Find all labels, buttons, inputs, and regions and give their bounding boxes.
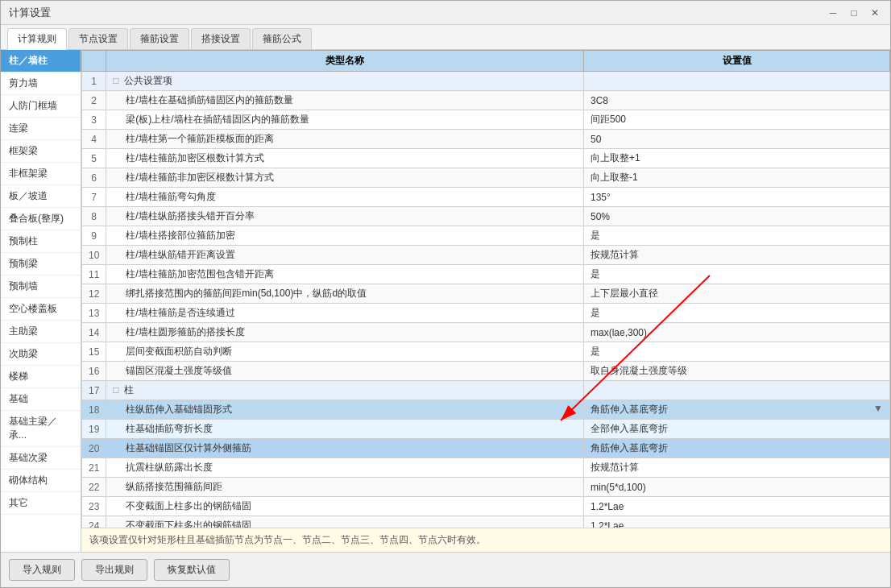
sidebar-item-5[interactable]: 非框架梁 xyxy=(1,163,81,185)
row-number: 5 xyxy=(82,149,106,168)
row-name: 纵筋搭接范围箍筋间距 xyxy=(106,478,584,497)
row-value: max(lae,300) xyxy=(584,323,890,342)
sidebar-item-4[interactable]: 框架梁 xyxy=(1,140,81,163)
row-name: 绑扎搭接范围内的箍筋间距min(5d,100)中，纵筋d的取值 xyxy=(106,284,584,304)
tab-node-settings[interactable]: 节点设置 xyxy=(68,28,128,49)
maximize-button[interactable]: □ xyxy=(847,6,861,20)
sidebar-item-7[interactable]: 叠合板(整厚) xyxy=(1,208,81,230)
close-button[interactable]: ✕ xyxy=(868,6,882,20)
sidebar-item-19[interactable]: 其它 xyxy=(1,492,81,515)
main-window: 计算设置 ─ □ ✕ 计算规则 节点设置 箍筋设置 搭接设置 箍筋公式 柱／墙柱… xyxy=(0,0,891,588)
row-value: 是 xyxy=(584,265,890,284)
row-value: 按规范计算 xyxy=(584,458,890,478)
import-rules-button[interactable]: 导入规则 xyxy=(9,559,75,581)
sidebar-item-15[interactable]: 基础 xyxy=(1,388,81,411)
row-name: □柱 xyxy=(106,381,584,400)
content-area: 柱／墙柱剪力墙人防门框墙连梁框架梁非框架梁板／坡道叠合板(整厚)预制柱预制梁预制… xyxy=(1,50,890,552)
table-row[interactable]: 24不变截面下柱多出的钢筋锚固1.2*Lae xyxy=(82,516,890,528)
row-name: 柱/墙柱箍筋是否连续通过 xyxy=(106,304,584,323)
row-number: 17 xyxy=(82,381,106,400)
table-row[interactable]: 6柱/墙柱箍筋非加密区根数计算方式向上取整-1 xyxy=(82,168,890,188)
table-row[interactable]: 20柱基础锚固区仅计算外侧箍筋角筋伸入基底弯折 xyxy=(82,439,890,458)
tab-lap-settings[interactable]: 搭接设置 xyxy=(191,28,251,49)
table-row[interactable]: 21抗震柱纵筋露出长度按规范计算 xyxy=(82,458,890,478)
title-bar: 计算设置 ─ □ ✕ xyxy=(1,1,890,25)
tab-stirrup-formula[interactable]: 箍筋公式 xyxy=(252,28,312,49)
sidebar-item-1[interactable]: 剪力墙 xyxy=(1,72,81,95)
row-value: 是 xyxy=(584,304,890,323)
table-row[interactable]: 4柱/墙柱第一个箍筋距模板面的距离50 xyxy=(82,130,890,149)
table-row[interactable]: 5柱/墙柱箍筋加密区根数计算方式向上取整+1 xyxy=(82,149,890,168)
table-row[interactable]: 3梁(板)上柱/墙柱在插筋锚固区内的箍筋数量间距500 xyxy=(82,110,890,130)
row-value xyxy=(584,381,890,400)
footer: 导入规则 导出规则 恢复默认值 xyxy=(1,552,890,587)
table-row[interactable]: 16锚固区混凝土强度等级值取自身混凝土强度等级 xyxy=(82,362,890,381)
row-value: 间距500 xyxy=(584,110,890,130)
window-controls: ─ □ ✕ xyxy=(826,6,882,20)
row-name: 柱/墙柱搭接部位箍筋加密 xyxy=(106,226,584,246)
export-rules-button[interactable]: 导出规则 xyxy=(81,559,147,581)
row-value: 50% xyxy=(584,207,890,226)
restore-defaults-button[interactable]: 恢复默认值 xyxy=(154,559,230,581)
table-row[interactable]: 23不变截面上柱多出的钢筋锚固1.2*Lae xyxy=(82,497,890,516)
table-row[interactable]: 10柱/墙柱纵筋错开距离设置按规范计算 xyxy=(82,246,890,265)
sidebar-item-9[interactable]: 预制梁 xyxy=(1,253,81,275)
table-row[interactable]: 2柱/墙柱在基础插筋锚固区内的箍筋数量3C8 xyxy=(82,91,890,110)
row-value: 向上取整-1 xyxy=(584,168,890,188)
row-number: 15 xyxy=(82,342,106,362)
table-row[interactable]: 19柱基础插筋弯折长度全部伸入基底弯折 xyxy=(82,420,890,439)
row-number: 10 xyxy=(82,246,106,265)
row-name: 抗震柱纵筋露出长度 xyxy=(106,458,584,478)
table-row[interactable]: 11柱/墙柱箍筋加密范围包含错开距离是 xyxy=(82,265,890,284)
table-row[interactable]: 13柱/墙柱箍筋是否连续通过是 xyxy=(82,304,890,323)
row-number: 20 xyxy=(82,439,106,458)
table-row[interactable]: 8柱/墙柱纵筋搭接头错开百分率50% xyxy=(82,207,890,226)
row-number: 9 xyxy=(82,226,106,246)
row-number: 4 xyxy=(82,130,106,149)
sidebar-item-2[interactable]: 人防门框墙 xyxy=(1,95,81,118)
sidebar-item-14[interactable]: 楼梯 xyxy=(1,366,81,388)
sidebar-item-12[interactable]: 主助梁 xyxy=(1,321,81,343)
sidebar-item-16[interactable]: 基础主梁／承... xyxy=(1,411,81,447)
sidebar-item-18[interactable]: 砌体结构 xyxy=(1,470,81,492)
row-number: 2 xyxy=(82,91,106,110)
row-name: 不变截面下柱多出的钢筋锚固 xyxy=(106,516,584,528)
sidebar-item-6[interactable]: 板／坡道 xyxy=(1,185,81,208)
table-row[interactable]: 22纵筋搭接范围箍筋间距min(5*d,100) xyxy=(82,478,890,497)
tab-calculation-rules[interactable]: 计算规则 xyxy=(7,28,67,50)
sidebar-item-8[interactable]: 预制柱 xyxy=(1,230,81,253)
row-number: 7 xyxy=(82,188,106,207)
table-row[interactable]: 12绑扎搭接范围内的箍筋间距min(5d,100)中，纵筋d的取值上下层最小直径 xyxy=(82,284,890,304)
row-value[interactable]: 角筋伸入基底弯折▼ xyxy=(584,400,890,420)
row-name: 柱/墙柱箍筋非加密区根数计算方式 xyxy=(106,168,584,188)
sidebar-item-0[interactable]: 柱／墙柱 xyxy=(1,50,81,72)
sidebar-item-13[interactable]: 次助梁 xyxy=(1,343,81,366)
row-number: 21 xyxy=(82,458,106,478)
note-bar: 该项设置仅针对矩形柱且基础插筋节点为节点一、节点二、节点三、节点四、节点六时有效… xyxy=(81,528,890,552)
tab-stirrup-settings[interactable]: 箍筋设置 xyxy=(130,28,189,49)
table-row[interactable]: 15层间变截面积筋自动判断是 xyxy=(82,342,890,362)
minimize-button[interactable]: ─ xyxy=(826,6,840,20)
table-row[interactable]: 9柱/墙柱搭接部位箍筋加密是 xyxy=(82,226,890,246)
sidebar-item-10[interactable]: 预制墙 xyxy=(1,275,81,298)
row-number: 12 xyxy=(82,284,106,304)
row-number: 18 xyxy=(82,400,106,420)
row-value: 全部伸入基底弯折 xyxy=(584,420,890,439)
table-row[interactable]: 14柱/墙柱圆形箍筋的搭接长度max(lae,300) xyxy=(82,323,890,342)
row-number: 14 xyxy=(82,323,106,342)
row-value: 135° xyxy=(584,188,890,207)
sidebar-item-17[interactable]: 基础次梁 xyxy=(1,447,81,470)
row-value xyxy=(584,72,890,91)
row-name: 柱/墙柱箍筋加密区根数计算方式 xyxy=(106,149,584,168)
table-row[interactable]: 7柱/墙柱箍筋弯勾角度135° xyxy=(82,188,890,207)
table-container[interactable]: 类型名称 设置值 1□公共设置项2柱/墙柱在基础插筋锚固区内的箍筋数量3C83梁… xyxy=(81,50,890,528)
sidebar-item-3[interactable]: 连梁 xyxy=(1,118,81,140)
row-number: 13 xyxy=(82,304,106,323)
row-name: 柱/墙柱箍筋加密范围包含错开距离 xyxy=(106,265,584,284)
table-row[interactable]: 18柱纵筋伸入基础锚固形式角筋伸入基底弯折▼ xyxy=(82,400,890,420)
table-row[interactable]: 1□公共设置项 xyxy=(82,72,890,91)
row-number: 11 xyxy=(82,265,106,284)
table-row[interactable]: 17□柱 xyxy=(82,381,890,400)
sidebar-item-11[interactable]: 空心楼盖板 xyxy=(1,298,81,321)
row-value: 50 xyxy=(584,130,890,149)
